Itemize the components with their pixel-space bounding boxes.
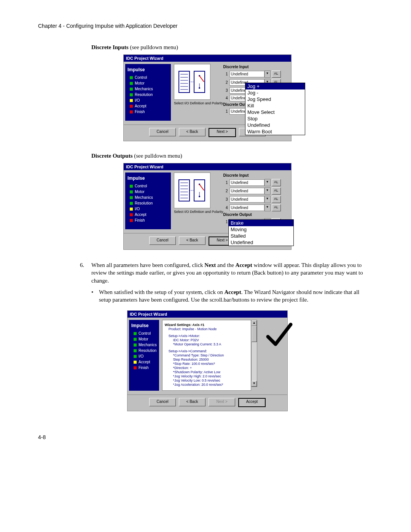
opt-warm-boot[interactable]: Warm Boot	[245, 128, 305, 135]
al-button[interactable]: AL	[272, 187, 281, 195]
nav-item-finish[interactable]: Finish	[130, 110, 169, 114]
di-field-2[interactable]: Undefined	[229, 188, 264, 194]
al-button-1[interactable]: AL	[272, 70, 281, 78]
di-field-4[interactable]: Undefined	[229, 204, 264, 211]
nav-item-resolution[interactable]: Resolution	[130, 201, 169, 205]
status-icon	[134, 361, 137, 364]
chapter-header: Chapter 4 - Configuring Impulse with App…	[38, 23, 377, 29]
step-number: 6.	[80, 261, 91, 284]
nav-item-io[interactable]: I/O	[130, 207, 169, 211]
nav-item-resolution[interactable]: Resolution	[130, 93, 169, 97]
wizard-titlebar: IDC Project Wizard	[124, 55, 291, 62]
status-icon	[130, 76, 133, 79]
di-group-label: Discrete Input	[223, 65, 288, 69]
wizard-nav: Impulse Control Motor Mechanics Resoluti…	[125, 64, 171, 121]
status-icon	[134, 343, 137, 347]
dropdown-icon[interactable]: ▼	[264, 204, 271, 211]
section-discrete-outputs: Discrete Outputs (see pulldown menu)	[91, 153, 377, 159]
illus-caption: Select I/O Definition and Polarity	[174, 101, 223, 105]
step-text: When all parameters have been configured…	[91, 261, 369, 284]
io-illustration	[174, 173, 210, 208]
summary-scrollbar[interactable]: ▲ ▼	[251, 320, 257, 387]
status-icon	[130, 208, 133, 211]
wizard-titlebar: IDC Project Wizard	[124, 163, 291, 170]
opt-moving[interactable]: Moving	[229, 226, 293, 233]
accept-button[interactable]: Accept	[238, 398, 266, 407]
nav-item-control[interactable]: Control	[130, 75, 169, 80]
relay-icon	[174, 173, 210, 208]
cancel-button[interactable]: Cancel	[149, 236, 176, 245]
relay-icon	[174, 64, 210, 99]
nav-title: Impulse	[131, 323, 157, 328]
cancel-button[interactable]: Cancel	[149, 128, 176, 136]
io-illustration	[174, 64, 210, 100]
di-field-3[interactable]: Undefined	[229, 196, 264, 203]
opt-stop[interactable]: Stop	[245, 115, 305, 122]
status-icon	[130, 213, 133, 216]
status-icon	[130, 202, 133, 205]
nav-item-resolution[interactable]: Resolution	[134, 348, 157, 353]
nav-title: Impulse	[127, 67, 169, 72]
back-button[interactable]: < Back	[179, 128, 206, 136]
status-icon	[130, 93, 133, 96]
di-rest: (see pulldown menu)	[129, 44, 178, 50]
nav-item-io[interactable]: I/O	[130, 98, 169, 102]
nav-item-finish[interactable]: Finish	[130, 218, 169, 222]
dropdown-icon[interactable]: ▼	[264, 196, 271, 203]
dropdown-icon[interactable]: ▼	[264, 187, 271, 195]
step-6: 6. When all parameters have been configu…	[80, 261, 369, 284]
bullet-1: • When satisfied with the setup of your …	[91, 288, 369, 304]
al-button[interactable]: AL	[272, 204, 281, 211]
al-button[interactable]: AL	[272, 196, 281, 203]
nav-item-accept[interactable]: Accept	[134, 360, 157, 364]
next-button[interactable]: Next >	[209, 128, 236, 137]
dropdown-icon[interactable]: ▼	[264, 70, 271, 78]
status-icon	[130, 185, 133, 188]
nav-item-mechanics[interactable]: Mechanics	[134, 343, 157, 347]
di-group-label: Discrete Input	[223, 173, 288, 177]
do-group-label: Discrete Output	[223, 212, 288, 217]
di-dropdown-list[interactable]: Jog + Jog - Jog Speed Kill Move Select S…	[245, 83, 305, 135]
nav-item-control[interactable]: Control	[134, 331, 157, 335]
nav-item-mechanics[interactable]: Mechanics	[130, 87, 169, 91]
dropdown-icon[interactable]: ▼	[264, 179, 271, 186]
nav-item-motor[interactable]: Motor	[130, 81, 169, 85]
back-button[interactable]: < Back	[179, 398, 206, 406]
nav-item-finish[interactable]: Finish	[134, 366, 157, 370]
al-button[interactable]: AL	[272, 179, 281, 186]
do-dropdown-list[interactable]: Brake Moving Stalled Undefined	[228, 219, 294, 246]
scroll-thumb[interactable]	[252, 326, 257, 342]
opt-undefined[interactable]: Undefined	[229, 239, 293, 246]
scroll-up-icon[interactable]: ▲	[252, 320, 257, 326]
di-field-1[interactable]: Undefined	[229, 71, 264, 77]
nav-item-io[interactable]: I/O	[134, 354, 157, 358]
opt-jog-speed[interactable]: Jog Speed	[245, 96, 305, 102]
nav-item-accept[interactable]: Accept	[130, 212, 169, 217]
status-icon	[130, 88, 133, 91]
status-icon	[130, 196, 133, 199]
nav-item-mechanics[interactable]: Mechanics	[130, 195, 169, 200]
di-field-1[interactable]: Undefined	[229, 179, 264, 186]
cancel-button[interactable]: Cancel	[149, 398, 176, 406]
bullet-text: When satisfied with the setup of your sy…	[99, 288, 369, 304]
nav-item-accept[interactable]: Accept	[130, 104, 169, 108]
opt-jog-plus[interactable]: Jog +	[245, 83, 305, 89]
do-rest: (see pulldown menu)	[132, 153, 182, 159]
back-button[interactable]: < Back	[179, 236, 206, 245]
opt-stalled[interactable]: Stalled	[229, 233, 293, 239]
nav-item-motor[interactable]: Motor	[130, 190, 169, 194]
wizard-accept: IDC Project Wizard Impulse Control Motor…	[127, 310, 288, 411]
svg-rect-20	[194, 180, 205, 201]
nav-item-motor[interactable]: Motor	[134, 337, 157, 341]
opt-jog-minus[interactable]: Jog -	[245, 89, 305, 96]
scroll-down-icon[interactable]: ▼	[252, 381, 257, 387]
status-icon	[130, 110, 133, 113]
opt-kill[interactable]: Kill	[245, 102, 305, 109]
nav-item-control[interactable]: Control	[130, 184, 169, 188]
opt-undefined[interactable]: Undefined	[245, 122, 305, 128]
opt-brake[interactable]: Brake	[229, 220, 293, 226]
svg-line-10	[199, 76, 204, 82]
status-icon	[134, 366, 137, 369]
opt-move-select[interactable]: Move Select	[245, 109, 305, 115]
nav-title: Impulse	[127, 176, 169, 181]
